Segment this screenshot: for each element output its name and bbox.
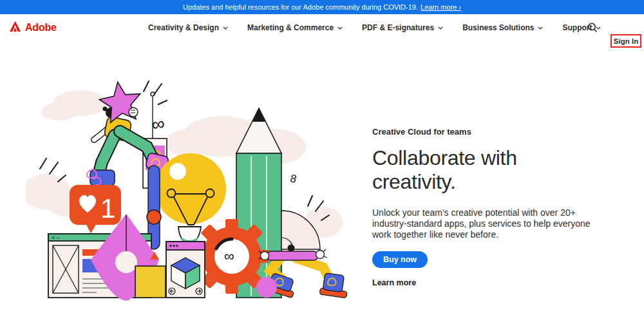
hero-title: Collaborate with creativity.: [372, 146, 594, 194]
hero-learn-more-link[interactable]: Learn more: [372, 278, 416, 287]
climber-left-shoe: [87, 169, 115, 186]
nav-menu: Creativity & Design Marketing & Commerce…: [148, 14, 601, 41]
cube-app-window: [166, 242, 205, 298]
figure-hand-right: [316, 251, 325, 259]
star-head: [97, 79, 144, 124]
search-icon[interactable]: [586, 21, 599, 34]
adobe-logo-icon: [10, 21, 21, 34]
adobe-logo-text: Adobe: [25, 22, 57, 33]
chevron-down-icon: [538, 26, 543, 30]
adobe-homepage: Updates and helpful resources for our Ad…: [0, 0, 644, 315]
covid-banner: Updates and helpful resources for our Ad…: [0, 0, 644, 14]
sign-in-button[interactable]: Sign In: [611, 34, 641, 48]
infinity-glyph: ∞: [150, 113, 166, 135]
like-count: 1: [100, 193, 115, 224]
hero-body: Unlock your team's creative potential wi…: [372, 207, 591, 240]
climber-hand: [129, 108, 138, 117]
figure-hand-left: [261, 252, 269, 260]
chevron-down-icon: [438, 26, 443, 30]
eight-glyph: 8: [289, 172, 298, 186]
nav-item-marketing-commerce[interactable]: Marketing & Commerce: [247, 23, 343, 32]
figure-torso: [267, 251, 318, 260]
pink-circle: [256, 277, 277, 298]
banner-learn-more-link[interactable]: Learn more ›: [421, 3, 461, 11]
hero-illustration: ∞ 8: [26, 64, 361, 309]
chevron-down-icon: [223, 26, 228, 30]
adobe-logo[interactable]: Adobe: [10, 21, 57, 34]
main-nav: Adobe Creativity & Design Marketing & Co…: [0, 14, 644, 41]
nav-item-creativity-design[interactable]: Creativity & Design: [148, 23, 228, 32]
svg-text:∞: ∞: [224, 248, 234, 264]
nav-item-business-solutions[interactable]: Business Solutions: [462, 23, 543, 32]
figure-head: [288, 245, 295, 252]
like-badge: 1: [70, 185, 121, 233]
hero-eyebrow: Creative Cloud for teams: [372, 127, 594, 137]
figure-right-leg: [296, 258, 328, 277]
window-controls: × –: [52, 234, 60, 241]
banner-text: Updates and helpful resources for our Ad…: [183, 3, 418, 11]
buy-now-button[interactable]: Buy now: [372, 251, 428, 268]
hero-copy: Creative Cloud for teams Collaborate wit…: [372, 127, 594, 287]
chevron-down-icon: [337, 26, 343, 30]
nav-item-pdf-esignatures[interactable]: PDF & E-signatures: [362, 23, 443, 32]
yellow-square: [135, 266, 166, 298]
